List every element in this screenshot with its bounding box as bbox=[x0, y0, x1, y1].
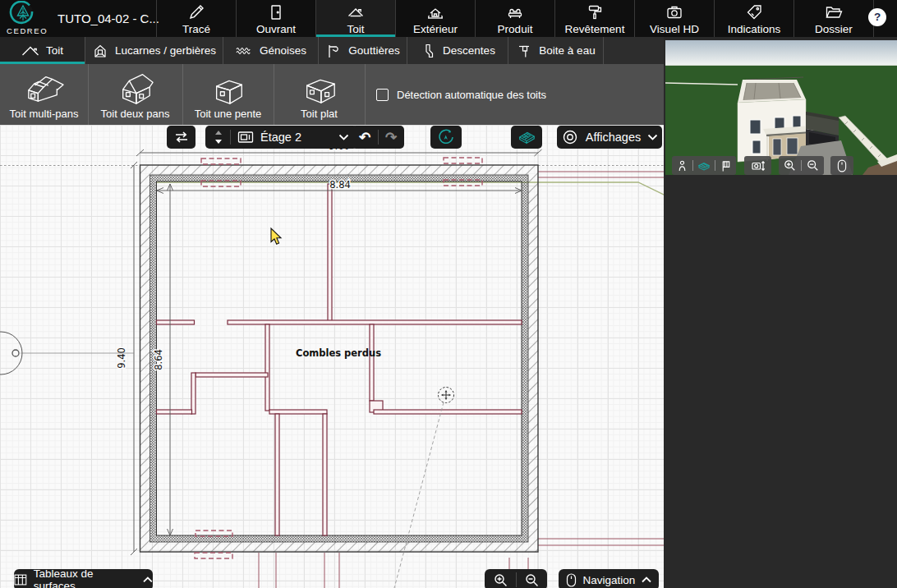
project-name[interactable]: TUTO_04-02 - C... bbox=[58, 0, 154, 37]
top-bar: CEDREO TUTO_04-02 - C... Tracé Ouvrant T… bbox=[0, 0, 897, 37]
roof-view-icon[interactable] bbox=[697, 159, 711, 172]
dim-inner-height: 8.64 bbox=[153, 349, 164, 370]
subtab-gouttieres[interactable]: Gouttières bbox=[319, 37, 407, 64]
subtab-descentes[interactable]: Descentes bbox=[407, 37, 508, 64]
storey-icon bbox=[237, 131, 254, 144]
camera-height-group bbox=[744, 156, 771, 175]
zoom-out-icon[interactable] bbox=[807, 159, 819, 172]
cedreo-logo: CEDREO bbox=[7, 1, 54, 37]
surface-tables-button[interactable]: Tableaux de surfaces bbox=[14, 569, 153, 588]
mouse-icon[interactable] bbox=[837, 159, 847, 172]
divider bbox=[230, 130, 231, 145]
water-box-icon bbox=[516, 43, 532, 59]
door-icon bbox=[266, 2, 286, 22]
floor-plan-drawing: 9.60 8.84 9.40 8.64 Combles perdus bbox=[0, 125, 664, 588]
roof-plat-button[interactable]: Toit plat bbox=[274, 64, 366, 125]
view-mode-group bbox=[672, 156, 736, 175]
roof-3d-button[interactable] bbox=[511, 126, 542, 149]
main-tab-bar: Tracé Ouvrant Toit Extérieur Produit Rev… bbox=[156, 0, 874, 37]
zoom-in-button[interactable] bbox=[485, 573, 516, 587]
roof-subtab-bar: Toit Lucarnes / gerbières Génoises Goutt… bbox=[0, 37, 664, 64]
camera-icon bbox=[665, 2, 684, 22]
preview-3d-viewport[interactable] bbox=[665, 40, 897, 175]
auto-detect-roofs-checkbox[interactable] bbox=[376, 89, 389, 101]
divider bbox=[801, 160, 802, 171]
move-cursor bbox=[439, 388, 454, 403]
camera-elevation-icon[interactable] bbox=[751, 159, 766, 172]
room-label: Combles perdus bbox=[296, 347, 381, 359]
tab-exterieur[interactable]: Extérieur bbox=[395, 0, 475, 37]
roof-deux-pans-icon bbox=[113, 69, 159, 105]
chevron-up-icon bbox=[143, 577, 153, 583]
floor-selector[interactable]: Étage 2 bbox=[205, 126, 357, 149]
gutter-icon bbox=[325, 43, 342, 59]
zoom-in-icon[interactable] bbox=[784, 159, 796, 172]
floor-plan-canvas[interactable]: 9.60 8.84 9.40 8.64 Combles perdus bbox=[0, 125, 664, 588]
swap-arrows-icon bbox=[173, 130, 190, 145]
affichages-dropdown[interactable]: Affichages bbox=[557, 126, 662, 149]
tab-toit[interactable]: Toit bbox=[315, 0, 395, 37]
dim-total-height: 9.40 bbox=[116, 347, 127, 369]
house-garden-icon bbox=[426, 2, 445, 22]
chevron-down-icon bbox=[338, 134, 349, 141]
roof-icon bbox=[346, 2, 366, 22]
subtab-genoises[interactable]: Génoises bbox=[223, 37, 319, 64]
redo-button[interactable]: ↷ bbox=[379, 129, 404, 146]
house-3d-render bbox=[665, 40, 897, 175]
dim-inner-width: 8.84 bbox=[329, 179, 351, 191]
floor-spinner[interactable] bbox=[214, 129, 223, 145]
cedreo-logo-icon bbox=[7, 1, 54, 27]
undo-button[interactable]: ↶ bbox=[352, 129, 378, 146]
roof-multi-pans-button[interactable]: Toit multi-pans bbox=[0, 64, 89, 125]
pencil-icon bbox=[186, 2, 206, 22]
roof-outline-icon bbox=[21, 43, 39, 59]
roof-une-pente-button[interactable]: Toit une pente bbox=[182, 64, 274, 125]
subtab-lucarnes[interactable]: Lucarnes / gerbières bbox=[85, 37, 223, 64]
swap-view-button[interactable] bbox=[167, 126, 196, 149]
zoom-out-button[interactable] bbox=[517, 573, 547, 587]
tab-indications[interactable]: Indications bbox=[714, 0, 794, 37]
tab-revetement[interactable]: Revêtement bbox=[554, 0, 634, 37]
roof-ribbon: Toit multi-pans Toit deux pans Toit une … bbox=[0, 64, 664, 125]
right-panel bbox=[664, 37, 897, 588]
help-button[interactable]: ? bbox=[868, 8, 886, 26]
eye-icon bbox=[561, 130, 579, 145]
folder-icon bbox=[824, 2, 844, 22]
navigation-button[interactable]: Navigation bbox=[559, 569, 659, 588]
zoom-out-icon bbox=[525, 573, 539, 587]
divider bbox=[715, 160, 715, 171]
roof-slab-3d-icon bbox=[517, 128, 536, 146]
chevron-up-icon bbox=[642, 577, 651, 583]
origin-marker bbox=[0, 332, 134, 374]
affichages-label: Affichages bbox=[586, 131, 641, 144]
tab-ouvrant[interactable]: Ouvrant bbox=[236, 0, 315, 37]
mouse-icon bbox=[566, 573, 577, 587]
sky bbox=[665, 40, 897, 66]
compass-rotate-button[interactable] bbox=[430, 126, 462, 149]
tab-dossier[interactable]: Dossier bbox=[794, 0, 873, 37]
tab-produit[interactable]: Produit bbox=[475, 0, 554, 37]
drag-guide-line bbox=[394, 402, 444, 588]
wall-section-icon[interactable] bbox=[720, 159, 732, 172]
undo-redo-group: ↶ ↷ bbox=[352, 126, 404, 149]
chevron-down-icon bbox=[647, 134, 658, 141]
tab-visuel-hd[interactable]: Visuel HD bbox=[634, 0, 714, 37]
genoise-waves-icon bbox=[235, 45, 253, 57]
tab-trace[interactable]: Tracé bbox=[156, 0, 236, 37]
cursor-pointer bbox=[271, 228, 281, 244]
subtab-boite-a-eau[interactable]: Boite à eau bbox=[508, 37, 604, 64]
roof-edge-line bbox=[157, 182, 664, 196]
sofa-icon bbox=[505, 2, 525, 22]
dormer-icon bbox=[92, 43, 108, 59]
table-icon bbox=[14, 574, 27, 586]
preview-zoom-group bbox=[779, 156, 824, 175]
person-view-icon[interactable] bbox=[676, 159, 688, 172]
downpipe-icon bbox=[420, 43, 436, 59]
subtab-toit[interactable]: Toit bbox=[0, 37, 85, 64]
roof-une-pente-icon bbox=[205, 69, 251, 105]
auto-detect-roofs-option: Détection automatique des toits bbox=[376, 64, 546, 125]
roof-multi-pans-icon bbox=[21, 69, 67, 105]
compass-icon bbox=[437, 128, 455, 146]
floor-label: Étage 2 bbox=[260, 131, 332, 144]
roof-deux-pans-button[interactable]: Toit deux pans bbox=[88, 64, 183, 125]
